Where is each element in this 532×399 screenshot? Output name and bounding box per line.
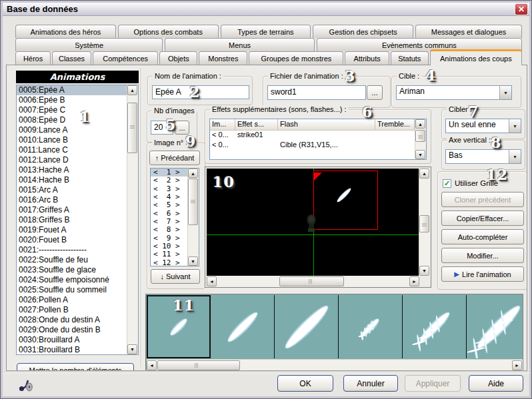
scroll-right-arrow-icon[interactable]: ► xyxy=(409,276,419,286)
chevron-down-icon[interactable]: ▼ xyxy=(509,150,521,163)
scroll-up-arrow-icon[interactable]: ▲ xyxy=(419,169,429,179)
animation-list-item[interactable]: 0015:Arc A xyxy=(17,185,127,195)
titlebar[interactable]: Base de données ✕ xyxy=(3,3,529,16)
scrollbar-thumb[interactable] xyxy=(157,360,240,370)
image-number-item[interactable]: < 8 > xyxy=(151,226,187,234)
animation-list-item[interactable]: 0022:Souffle de feu xyxy=(17,255,127,265)
previous-frame-button[interactable]: ↑ Précédant xyxy=(149,151,200,165)
animation-frame-3[interactable] xyxy=(275,295,339,358)
animation-list-item[interactable]: 0010:Lance B xyxy=(17,135,127,145)
scrollbar-thumb[interactable] xyxy=(188,179,198,225)
tab-syst-me[interactable]: Système xyxy=(15,38,163,51)
modifier-button[interactable]: Modifier... xyxy=(441,248,524,263)
image-number-item[interactable]: < 11 > xyxy=(151,250,187,258)
image-number-item[interactable]: < 12 > xyxy=(151,259,187,266)
tab-attributs[interactable]: Attributs xyxy=(345,51,389,65)
animation-list-item[interactable]: 0021:------------------ xyxy=(17,245,127,255)
animation-list-item[interactable]: 0026:Pollen A xyxy=(17,295,127,305)
effects-column-header[interactable]: Tremble... xyxy=(375,119,415,130)
frames-strip[interactable]: ◄ ► xyxy=(145,294,523,371)
animations-listbox[interactable]: 0005:Epée A0006:Epée B0007:Epée C0008:Ep… xyxy=(16,85,139,355)
scroll-left-arrow-icon[interactable]: ◄ xyxy=(147,360,157,370)
tab-statuts[interactable]: Statuts xyxy=(391,51,429,65)
animation-frame-2[interactable] xyxy=(211,295,275,358)
animation-name-input[interactable]: Epée A xyxy=(152,85,249,99)
tab-messages-et-dialogues[interactable]: Messages et dialogues xyxy=(415,25,522,38)
effects-row[interactable]: < 0...strike01 xyxy=(210,131,415,141)
scroll-down-arrow-icon[interactable]: ▼ xyxy=(188,256,198,266)
ok-button[interactable]: OK xyxy=(277,375,333,392)
aide-button[interactable]: Aide xyxy=(469,375,523,392)
animation-frame-5[interactable] xyxy=(403,295,467,358)
animation-list-item[interactable]: 0019:Fouet A xyxy=(17,225,127,235)
tab-comp-tences[interactable]: Compétences xyxy=(93,51,159,65)
image-number-item[interactable]: < 2 > xyxy=(151,177,187,185)
animation-list-item[interactable]: 0029:Onde du destin B xyxy=(17,325,127,335)
target-combobox[interactable]: Ariman ▼ xyxy=(396,85,512,100)
image-number-item[interactable]: < 5 > xyxy=(151,201,187,209)
tab-groupes-de-monstres[interactable]: Groupes de monstres xyxy=(249,51,343,65)
vertical-axis-combobox[interactable]: Bas ▼ xyxy=(445,149,521,164)
animation-list-item[interactable]: 0023:Souffle de glace xyxy=(17,265,127,275)
scroll-down-arrow-icon[interactable]: ▼ xyxy=(419,266,429,276)
animations-list-scrollbar[interactable]: ▲ ▼ xyxy=(127,85,138,354)
tab-animations-des-coups[interactable]: Animations des coups xyxy=(430,49,522,65)
animation-list-item[interactable]: 0020:Fouet B xyxy=(17,235,127,245)
tab-types-de-terrains[interactable]: Types de terrains xyxy=(221,25,311,38)
copier-effacer-button[interactable]: Copier/Effacer... xyxy=(441,210,524,226)
appliquer-button[interactable]: Appliquer xyxy=(405,375,461,392)
effects-column-header[interactable]: Im... xyxy=(210,119,235,130)
preview-hscrollbar[interactable]: ◄ ► xyxy=(207,276,419,287)
tab-options-des-combats[interactable]: Options des combats xyxy=(118,25,219,38)
animation-list-item[interactable]: 0013:Hache A xyxy=(17,165,127,175)
auto-compl-ter-button[interactable]: Auto-compléter xyxy=(441,229,524,244)
slash-sprite[interactable] xyxy=(329,181,359,212)
close-button[interactable]: ✕ xyxy=(515,3,528,15)
lire-l-animation-button[interactable]: ▶Lire l'animation xyxy=(441,266,524,282)
scroll-left-arrow-icon[interactable]: ◄ xyxy=(207,276,217,286)
effects-column-header[interactable]: Effet s... xyxy=(235,119,278,130)
scrollbar-thumb[interactable] xyxy=(127,103,137,153)
animation-list-item[interactable]: 0027:Pollen B xyxy=(17,305,127,315)
animation-list-item[interactable]: 0008:Epée D xyxy=(17,115,127,125)
animation-list-item[interactable]: 0011:Lance C xyxy=(17,145,127,155)
animation-list-item[interactable]: 0030:Brouillard A xyxy=(17,335,127,345)
animation-list-item[interactable]: 0007:Epée C xyxy=(17,105,127,115)
animation-list-item[interactable]: 0028:Onde du destin A xyxy=(17,315,127,325)
effects-row[interactable]: < 0...Cible (R31,V15,... xyxy=(210,141,415,151)
animation-list-item[interactable]: 0018:Griffes B xyxy=(17,215,127,225)
tab-objets[interactable]: Objets xyxy=(159,51,197,65)
animation-list-item[interactable]: 0014:Hache B xyxy=(17,175,127,185)
animation-frame-6[interactable] xyxy=(467,295,523,358)
preview-vscrollbar[interactable]: ▲ ▼ xyxy=(419,169,430,276)
animation-file-input[interactable]: sword1 xyxy=(267,85,366,100)
animation-preview[interactable]: ▲ ▼ ◄ ► xyxy=(205,167,431,288)
tab-h-ros[interactable]: Héros xyxy=(15,51,51,65)
scrollbar-thumb[interactable] xyxy=(279,276,344,286)
scope-combobox[interactable]: Un seul enne ▼ xyxy=(445,119,521,133)
set-item-count-button[interactable]: Mettre le nombre d'éléments xyxy=(17,363,134,371)
scrollbar-thumb[interactable] xyxy=(419,215,429,232)
animation-list-item[interactable]: 0016:Arc B xyxy=(17,195,127,205)
frame-count-browse-button[interactable]: ... xyxy=(175,121,189,135)
animation-list-item[interactable]: 0012:Lance D xyxy=(17,155,127,165)
animation-list-item[interactable]: 0009:Lance A xyxy=(17,125,127,135)
scrollbar-thumb[interactable] xyxy=(415,130,425,142)
effects-column-header[interactable]: Flash xyxy=(278,119,375,130)
animation-list-item[interactable]: 0017:Griffes A xyxy=(17,205,127,215)
annuler-button[interactable]: Annuler xyxy=(343,375,398,392)
animation-list-item[interactable]: 0024:Souffle empoisonné xyxy=(17,275,127,285)
effects-table-scrollbar[interactable]: ▲ ▼ xyxy=(415,119,426,159)
frames-hscrollbar[interactable]: ◄ ► xyxy=(147,359,523,370)
tab-animations-des-h-ros[interactable]: Animations des héros xyxy=(15,25,116,38)
tab-gestion-des-chipsets[interactable]: Gestion des chipsets xyxy=(313,25,413,38)
file-browse-button[interactable]: ... xyxy=(367,85,383,100)
animation-list-item[interactable]: 0025:Souffle du sommeil xyxy=(17,285,127,295)
effects-table[interactable]: Im...Effet s...FlashTremble... < 0...str… xyxy=(209,119,427,160)
image-number-listbox[interactable]: < 1 >< 2 >< 3 >< 4 >< 5 >< 6 >< 7 >< 8 >… xyxy=(150,168,199,266)
next-frame-button[interactable]: ↓ Suivant xyxy=(151,269,200,284)
scroll-up-arrow-icon[interactable]: ▲ xyxy=(127,85,137,95)
animation-list-item[interactable]: 0006:Epée B xyxy=(17,95,127,105)
use-grid-checkbox[interactable]: ✓ xyxy=(443,179,451,188)
preview-canvas[interactable] xyxy=(207,169,419,276)
